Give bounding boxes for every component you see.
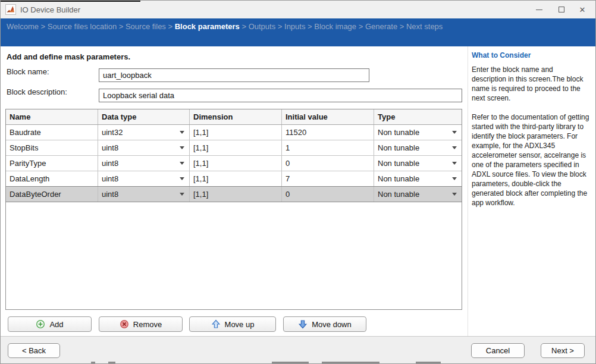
chevron-down-icon[interactable] <box>452 177 457 180</box>
cell-type[interactable]: Non tunable <box>374 140 462 155</box>
chevron-down-icon[interactable] <box>180 146 184 149</box>
breadcrumb-separator: > <box>356 22 365 31</box>
column-header-name: Name <box>6 109 98 124</box>
add-button[interactable]: Add <box>8 316 92 332</box>
io-device-builder-window: IO Device Builder ✕ Welcome > Source fil… <box>0 0 596 364</box>
screen-artifact <box>272 362 309 363</box>
block-description-label: Block description: <box>7 87 67 96</box>
remove-button[interactable]: Remove <box>99 316 183 332</box>
cross-circle-icon <box>120 319 129 329</box>
screen-artifact <box>91 362 95 363</box>
block-description-input[interactable] <box>99 89 462 102</box>
cell-name[interactable]: ParityType <box>6 156 98 171</box>
breadcrumb-step-source-files[interactable]: Source files <box>126 22 166 31</box>
cell-data-type[interactable]: uint32 <box>98 125 190 140</box>
breadcrumb-step-welcome[interactable]: Welcome <box>7 22 39 31</box>
cell-type[interactable]: Non tunable <box>374 125 462 140</box>
breadcrumb-separator: > <box>305 22 314 31</box>
help-panel: What to Consider Enter the block name an… <box>468 46 596 337</box>
arrow-up-icon <box>211 319 221 329</box>
help-panel-title: What to Consider <box>472 51 589 59</box>
block-name-input[interactable] <box>99 68 369 82</box>
breadcrumb-separator: > <box>39 22 48 31</box>
screen-artifact <box>1 1 140 2</box>
chevron-down-icon[interactable] <box>180 162 184 165</box>
chevron-down-icon[interactable] <box>180 131 184 134</box>
chevron-down-icon[interactable] <box>180 193 184 196</box>
footer-bar: < Back Cancel Next > <box>1 336 595 363</box>
cell-dimension[interactable]: [1,1] <box>190 125 282 140</box>
page-title: Add and define mask parameters. <box>7 52 130 61</box>
breadcrumb: Welcome > Source files location > Source… <box>1 18 595 46</box>
breadcrumb-step-inputs[interactable]: Inputs <box>284 22 305 31</box>
chevron-down-icon[interactable] <box>180 177 184 180</box>
breadcrumb-step-next-steps[interactable]: Next steps <box>406 22 443 31</box>
cell-dimension[interactable]: [1,1] <box>190 171 282 186</box>
cell-initial-value[interactable]: 0 <box>282 156 374 171</box>
cell-initial-value[interactable]: 0 <box>282 187 374 202</box>
table-row-databyteorder[interactable]: DataByteOrderuint8[1,1]0Non tunable <box>6 186 462 202</box>
cell-name[interactable]: DataLength <box>6 171 98 186</box>
parameters-table: NameData typeDimensionInitial valueTypeB… <box>5 109 462 310</box>
table-row-datalength[interactable]: DataLengthuint8[1,1]7Non tunable <box>6 171 462 187</box>
column-header-type: Type <box>374 109 462 124</box>
chevron-down-icon[interactable] <box>452 193 457 196</box>
maximize-button[interactable] <box>552 1 571 18</box>
chevron-down-icon[interactable] <box>452 131 457 134</box>
close-icon: ✕ <box>579 6 586 14</box>
next-button[interactable]: Next > <box>541 343 585 358</box>
cell-initial-value[interactable]: 1 <box>282 140 374 155</box>
cell-name[interactable]: Baudrate <box>6 125 98 140</box>
breadcrumb-separator: > <box>397 22 406 31</box>
minimize-icon <box>536 10 542 10</box>
move-up-button[interactable]: Move up <box>189 316 276 332</box>
chevron-down-icon[interactable] <box>452 146 457 149</box>
table-header-row: NameData typeDimensionInitial valueType <box>6 109 462 125</box>
breadcrumb-separator: > <box>166 22 175 31</box>
remove-button-label: Remove <box>133 320 162 329</box>
column-header-data-type: Data type <box>98 109 190 124</box>
arrow-down-icon <box>298 319 308 329</box>
table-row-stopbits[interactable]: StopBitsuint8[1,1]1Non tunable <box>6 140 462 156</box>
screen-artifact <box>416 362 441 363</box>
breadcrumb-step-block-image[interactable]: Block image <box>314 22 356 31</box>
cell-type[interactable]: Non tunable <box>374 156 462 171</box>
help-paragraph-1: Enter the block name and description in … <box>472 65 589 103</box>
breadcrumb-separator: > <box>240 22 249 31</box>
matlab-logo-icon <box>5 4 16 15</box>
close-button[interactable]: ✕ <box>573 1 592 18</box>
screen-artifact <box>108 362 115 363</box>
cell-type[interactable]: Non tunable <box>374 187 462 202</box>
chevron-down-icon[interactable] <box>452 162 457 165</box>
breadcrumb-step-generate[interactable]: Generate <box>365 22 397 31</box>
cell-data-type[interactable]: uint8 <box>98 187 190 202</box>
block-name-label: Block name: <box>7 67 49 76</box>
cell-type[interactable]: Non tunable <box>374 171 462 186</box>
cancel-button[interactable]: Cancel <box>471 343 525 358</box>
cell-name[interactable]: StopBits <box>6 140 98 155</box>
breadcrumb-step-source-files-location[interactable]: Source files location <box>48 22 117 31</box>
breadcrumb-separator: > <box>275 22 284 31</box>
cell-name[interactable]: DataByteOrder <box>6 187 98 202</box>
move-down-button[interactable]: Move down <box>283 316 366 332</box>
cell-data-type[interactable]: uint8 <box>98 140 190 155</box>
maximize-icon <box>559 7 564 12</box>
back-button[interactable]: < Back <box>8 343 60 358</box>
cell-initial-value[interactable]: 7 <box>282 171 374 186</box>
breadcrumb-separator: > <box>117 22 126 31</box>
plus-circle-icon <box>36 319 45 329</box>
breadcrumb-step-block-parameters[interactable]: Block parameters <box>175 22 240 31</box>
breadcrumb-step-outputs[interactable]: Outputs <box>249 22 276 31</box>
cell-dimension[interactable]: [1,1] <box>190 156 282 171</box>
table-row-baudrate[interactable]: Baudrateuint32[1,1]11520Non tunable <box>6 125 462 140</box>
table-row-paritytype[interactable]: ParityTypeuint8[1,1]0Non tunable <box>6 156 462 171</box>
add-button-label: Add <box>49 320 63 329</box>
cell-dimension[interactable]: [1,1] <box>190 187 282 202</box>
screen-artifact <box>322 362 379 363</box>
cell-data-type[interactable]: uint8 <box>98 156 190 171</box>
window-title: IO Device Builder <box>20 5 80 14</box>
cell-data-type[interactable]: uint8 <box>98 171 190 186</box>
cell-initial-value[interactable]: 11520 <box>282 125 374 140</box>
cell-dimension[interactable]: [1,1] <box>190 140 282 155</box>
minimize-button[interactable] <box>529 1 548 18</box>
